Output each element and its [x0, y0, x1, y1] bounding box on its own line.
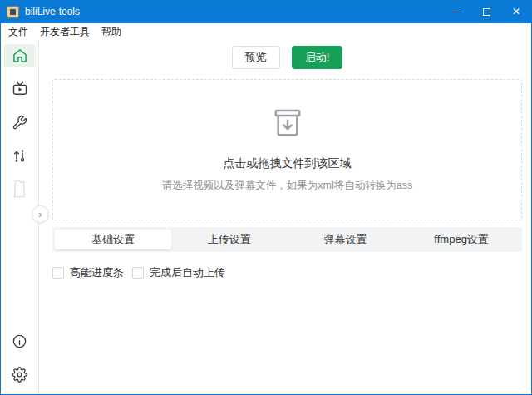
checkbox-icon — [52, 267, 64, 279]
tab-danmaku-settings[interactable]: 弹幕设置 — [288, 230, 404, 249]
task-queue-icon — [12, 148, 27, 164]
checkbox-label: 高能进度条 — [70, 265, 124, 280]
tab-basic-settings[interactable]: 基础设置 — [55, 230, 171, 249]
main-content: 预览 启动! 点击或拖拽文件到该区域 请选择视频以及弹幕文件，如果为xml将自动… — [39, 40, 531, 394]
tab-upload-settings[interactable]: 上传设置 — [171, 230, 288, 249]
dropzone-title: 点击或拖拽文件到该区域 — [224, 156, 352, 171]
maximize-icon — [483, 8, 490, 16]
home-icon — [12, 47, 28, 64]
sidebar-item-queue[interactable] — [4, 144, 36, 167]
options-row: 高能进度条 完成后自动上传 — [52, 265, 522, 280]
file-dropzone[interactable]: 点击或拖拽文件到该区域 请选择视频以及弹幕文件，如果为xml将自动转换为ass — [52, 79, 522, 220]
sidebar-item-live[interactable] — [4, 177, 36, 200]
preview-button[interactable]: 预览 — [232, 46, 280, 69]
sidebar-item-tools[interactable] — [4, 111, 36, 134]
checkbox-label: 完成后自动上传 — [150, 265, 225, 280]
sidebar-item-settings[interactable] — [4, 363, 36, 386]
menu-file[interactable]: 文件 — [2, 23, 34, 40]
body: › 预览 启动! 点击或拖拽文件到该区域 请选择视频以及弹幕文件，如果为xml将… — [1, 40, 531, 394]
sidebar-item-about[interactable] — [4, 329, 36, 353]
app-logo-icon — [7, 6, 19, 18]
settings-tabs: 基础设置 上传设置 弹幕设置 ffmpeg设置 — [52, 227, 522, 252]
info-icon — [12, 333, 27, 349]
checkbox-auto-upload[interactable]: 完成后自动上传 — [132, 265, 225, 280]
tv-play-icon — [12, 81, 28, 97]
close-icon: ✕ — [512, 7, 520, 17]
menu-devtools[interactable]: 开发者工具 — [34, 23, 96, 40]
window-controls: ✕ — [441, 0, 531, 23]
minimize-icon — [452, 12, 461, 12]
close-button[interactable]: ✕ — [501, 0, 531, 23]
mascot-icon — [11, 178, 29, 200]
wrench-icon — [12, 115, 27, 131]
sidebar-collapse-button[interactable]: › — [32, 205, 49, 223]
tab-ffmpeg-settings[interactable]: ffmpeg设置 — [403, 230, 520, 249]
sidebar-item-home[interactable] — [4, 44, 36, 67]
menu-help[interactable]: 帮助 — [96, 23, 127, 40]
start-button[interactable]: 启动! — [292, 46, 343, 69]
dropzone-subtitle: 请选择视频以及弹幕文件，如果为xml将自动转换为ass — [162, 179, 412, 193]
maximize-button[interactable] — [471, 0, 501, 23]
sidebar-bottom — [4, 329, 36, 386]
minimize-button[interactable] — [441, 0, 471, 23]
chevron-right-icon: › — [38, 209, 42, 220]
menubar: 文件 开发者工具 帮助 — [1, 23, 531, 40]
archive-upload-icon — [271, 106, 304, 140]
app-window: biliLive-tools ✕ 文件 开发者工具 帮助 — [0, 0, 532, 395]
actions-row: 预览 启动! — [52, 46, 522, 69]
sidebar-item-recorder[interactable] — [4, 77, 36, 101]
checkbox-high-energy-bar[interactable]: 高能进度条 — [52, 265, 124, 280]
window-title: biliLive-tools — [25, 6, 80, 17]
gear-icon — [12, 367, 27, 383]
titlebar: biliLive-tools ✕ — [1, 0, 531, 23]
checkbox-icon — [132, 267, 144, 279]
